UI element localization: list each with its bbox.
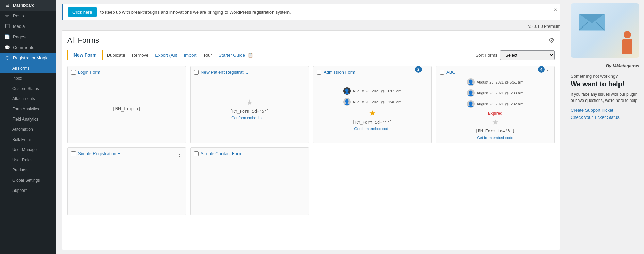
sidebar-item-custom-status[interactable]: Custom Status: [0, 84, 56, 94]
activity-entry-1: 👤 August 23, 2021 @ 5:51 am: [467, 78, 523, 86]
form-card-admission: 2 Admission Form ⋮ 👤 Augus: [313, 66, 432, 143]
notice-click-here-button[interactable]: Click here: [68, 7, 97, 17]
form-card-abc: 4 ABC ⋮ 👤 August 23, 2021: [436, 66, 555, 143]
sidebar-item-global-settings[interactable]: Global Settings: [0, 175, 56, 185]
main-content: Click here to keep up with breakthroughs…: [56, 0, 644, 254]
help-description: If you face any issues with our plugin, …: [571, 91, 639, 104]
form-card-login: Login Form [RM_Login]: [67, 66, 186, 143]
sidebar-item-registrationmagic[interactable]: ⬡ RegistrationMagic: [0, 53, 56, 63]
sidebar-item-posts[interactable]: ✏ Posts: [0, 11, 56, 21]
sidebar-item-bulk-email[interactable]: Bulk Email: [0, 134, 56, 145]
card-menu-admission[interactable]: ⋮: [422, 70, 428, 76]
sidebar-item-support[interactable]: Support: [0, 185, 56, 196]
expired-label: Expired: [488, 111, 502, 116]
card-embed-link[interactable]: Get form embed code: [231, 116, 267, 120]
card-checkbox-simple-contact[interactable]: [194, 151, 199, 156]
check-ticket-link[interactable]: Check your Ticket Status: [571, 115, 639, 120]
card-checkbox-abc[interactable]: [440, 70, 444, 75]
card-embed-link[interactable]: Get form embed code: [354, 127, 390, 131]
card-menu-abc[interactable]: ⋮: [545, 70, 551, 76]
user-avatar-icon: 👤: [468, 101, 474, 107]
card-title-simple-contact[interactable]: Simple Contact Form: [201, 151, 242, 156]
by-metagauss-label: By MMetagauss: [571, 63, 639, 68]
card-body-login: [RM_Login]: [71, 77, 182, 140]
card-header: Admission Form ⋮: [317, 70, 428, 76]
card-title-row: ABC: [440, 70, 545, 75]
card-title-row: New Patient Registrati...: [194, 70, 299, 75]
posts-icon: ✏: [4, 13, 10, 18]
sidebar-item-inbox[interactable]: Inbox: [0, 73, 56, 84]
card-body-simple-contact: [194, 160, 305, 212]
sidebar-item-media[interactable]: 🎞 Media: [0, 21, 56, 32]
sidebar-item-user-manager[interactable]: User Manager: [0, 145, 56, 155]
star-filled-icon[interactable]: ★: [369, 109, 376, 118]
card-checkbox-new-patient[interactable]: [194, 70, 199, 75]
starter-guide-button[interactable]: Starter Guide 📋: [216, 51, 256, 60]
export-all-button[interactable]: Export (All): [152, 51, 180, 60]
pages-icon: 📄: [4, 34, 10, 39]
sidebar-item-pages[interactable]: 📄 Pages: [0, 32, 56, 42]
user-avatar-icon: 👤: [344, 88, 350, 94]
activity-entry-1: 👤 August 23, 2021 @ 10:05 am: [343, 87, 401, 95]
figure-body: [622, 39, 632, 54]
notice-close-button[interactable]: ×: [554, 7, 557, 12]
badge-admission: 2: [415, 66, 422, 73]
card-title-row: Simple Contact Form: [194, 151, 299, 156]
card-checkbox-simple-reg[interactable]: [71, 151, 76, 156]
sidebar-item-attachments[interactable]: Attachments: [0, 94, 56, 104]
sidebar-item-comments[interactable]: 💬 Comments: [0, 42, 56, 53]
tour-button[interactable]: Tour: [200, 51, 214, 60]
card-menu-simple-contact[interactable]: ⋮: [299, 151, 305, 157]
sort-select[interactable]: Select Date Created Name A-Z Name Z-A: [500, 50, 555, 60]
book-icon: 📋: [248, 53, 253, 58]
avatar-1: 👤: [467, 78, 475, 86]
settings-gear-icon[interactable]: ⚙: [548, 36, 555, 44]
card-shortcode: [RM_Form id='4']: [353, 120, 392, 125]
card-checkbox-admission[interactable]: [317, 70, 321, 75]
avatar-2: 👤: [467, 89, 475, 97]
notice-bar: Click here to keep up with breakthroughs…: [62, 4, 560, 20]
card-title-login[interactable]: Login Form: [78, 70, 100, 75]
import-button[interactable]: Import: [181, 51, 199, 60]
card-header: Simple Contact Form ⋮: [194, 151, 305, 157]
activity-entry-3: 👤 August 23, 2021 @ 5:32 am: [467, 100, 523, 108]
card-title-abc[interactable]: ABC: [446, 70, 456, 75]
activity-time-1: August 23, 2021 @ 5:51 am: [477, 80, 523, 84]
comments-icon: 💬: [4, 45, 10, 50]
card-embed-link[interactable]: Get form embed code: [477, 135, 513, 140]
card-title-row: Login Form: [71, 70, 182, 75]
card-menu-new-patient[interactable]: ⋮: [299, 70, 305, 76]
card-title-admission[interactable]: Admission Form: [324, 70, 356, 75]
new-form-button[interactable]: New Form: [67, 50, 103, 60]
card-checkbox-login[interactable]: [71, 70, 76, 75]
card-title-simple-reg[interactable]: Simple Registration F...: [78, 151, 123, 156]
promo-banner: [571, 3, 639, 58]
media-icon: 🎞: [4, 24, 10, 29]
sidebar-item-all-forms[interactable]: All Forms: [0, 63, 56, 73]
sidebar-item-form-analytics[interactable]: Form Analytics: [0, 104, 56, 114]
star-empty-icon[interactable]: ★: [246, 98, 253, 107]
avatar-1: 👤: [343, 87, 351, 95]
sidebar-item-dashboard[interactable]: ⊞ Dashboard: [0, 0, 56, 11]
star-empty-icon[interactable]: ★: [492, 118, 499, 127]
sidebar-item-field-analytics[interactable]: Field Analytics: [0, 114, 56, 124]
avatar-3: 👤: [467, 100, 475, 108]
avatar-2: 👤: [343, 98, 351, 106]
duplicate-button[interactable]: Duplicate: [104, 51, 128, 60]
remove-button[interactable]: Remove: [129, 51, 151, 60]
card-title-new-patient[interactable]: New Patient Registrati...: [201, 70, 248, 75]
help-section: Something not working? We want to help! …: [571, 74, 639, 123]
sidebar-item-products[interactable]: Products: [0, 165, 56, 175]
card-body-new-patient: ★ [RM_Form id='5'] Get form embed code: [194, 78, 305, 140]
card-body-abc: 👤 August 23, 2021 @ 5:51 am 👤 August 23,…: [440, 78, 551, 140]
sidebar-item-user-roles[interactable]: User Roles: [0, 155, 56, 165]
card-shortcode: [RM_Form id='5']: [230, 109, 269, 114]
forms-panel: All Forms ⚙ New Form Duplicate Remove Ex…: [62, 30, 560, 250]
create-ticket-link[interactable]: Create Support Ticket: [571, 108, 639, 113]
figure-head: [624, 31, 631, 38]
envelope-illustration: [577, 10, 608, 32]
card-menu-simple-reg[interactable]: ⋮: [176, 151, 182, 157]
sidebar-item-automation[interactable]: Automation: [0, 124, 56, 134]
brand-name: MMetagauss: [613, 63, 639, 68]
sort-forms-area: Sort Forms Select Date Created Name A-Z …: [476, 50, 555, 60]
